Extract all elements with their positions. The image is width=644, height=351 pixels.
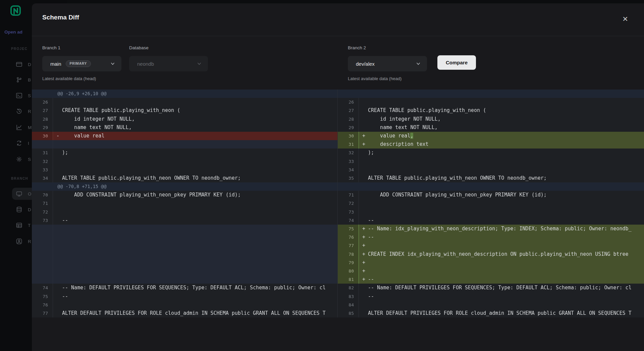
line-number: 72	[32, 208, 53, 216]
tables-icon	[16, 222, 22, 229]
line-sign: +	[359, 275, 368, 284]
line-sign	[53, 123, 62, 132]
line-code: --	[368, 275, 644, 284]
diff-code-row: 27CREATE TABLE public.playing_with_neon …	[338, 106, 644, 115]
line-number: 28	[338, 115, 359, 123]
hunk-header-row: @@ -70,8 +71,15 @@	[32, 182, 337, 191]
line-number: 34	[338, 166, 359, 174]
database-value: neondb	[137, 61, 154, 67]
diff-spacer-row	[32, 233, 337, 241]
line-sign	[53, 166, 62, 174]
diff-code-row: 75+-- Name: idx_playing_with_neon_descri…	[338, 225, 644, 233]
line-sign: +	[359, 250, 368, 258]
line-code: --	[368, 216, 644, 225]
line-code	[368, 199, 644, 208]
line-sign	[53, 301, 62, 309]
line-code	[368, 98, 644, 106]
line-sign: -	[53, 132, 62, 140]
branch2-value: dev/alex	[356, 61, 375, 67]
line-sign	[359, 284, 368, 292]
line-code: --	[62, 292, 337, 301]
line-code: value real,	[368, 132, 644, 140]
line-number: 84	[338, 301, 359, 309]
diff-code-row: 29 name text NOT NULL,	[32, 123, 337, 132]
line-sign	[53, 149, 62, 157]
hunk-header-text	[338, 182, 363, 191]
line-sign	[359, 123, 368, 132]
line-code: id integer NOT NULL,	[368, 115, 644, 123]
line-sign	[53, 309, 62, 317]
hunk-header-row	[338, 182, 644, 191]
branch1-label: Branch 1	[42, 45, 60, 50]
line-number: 74	[32, 284, 53, 292]
diff-code-row: 85ALTER DEFAULT PRIVILEGES FOR ROLE clou…	[338, 309, 644, 317]
hunk-header-row: @@ -26,9 +26,10 @@	[32, 90, 337, 98]
line-code: id integer NOT NULL,	[62, 115, 337, 123]
diff-code-row: 32);	[338, 149, 644, 157]
line-sign: +	[359, 233, 368, 241]
line-number	[32, 241, 53, 250]
branch2-select[interactable]: dev/alex	[348, 56, 427, 71]
line-sign	[359, 191, 368, 199]
neon-logo[interactable]	[10, 5, 21, 17]
line-code	[368, 157, 644, 166]
diff-code-row: 81+--	[338, 275, 644, 284]
line-code	[62, 98, 337, 106]
diff-code-row: 72	[32, 208, 337, 216]
diff-spacer-row	[32, 140, 337, 149]
database-icon	[16, 206, 22, 213]
line-code: --	[368, 292, 644, 301]
line-code	[368, 301, 644, 309]
line-code	[368, 208, 644, 216]
diff-code-row: 35ALTER TABLE public.playing_with_neon O…	[338, 174, 644, 182]
line-code: CREATE TABLE public.playing_with_neon (	[62, 106, 337, 115]
open-admin-link[interactable]: Open ad	[4, 30, 22, 35]
line-code: ALTER TABLE public.playing_with_neon OWN…	[368, 174, 644, 182]
branch1-select[interactable]: main PRIMARY	[42, 56, 121, 71]
branches-heading: BRANCH	[11, 177, 28, 180]
hunk-header-row	[338, 90, 644, 98]
close-icon: ✕	[622, 15, 628, 22]
line-sign	[359, 199, 368, 208]
line-number	[32, 275, 53, 284]
line-code	[62, 199, 337, 208]
diff-pane-left: @@ -26,9 +26,10 @@2627CREATE TABLE publi…	[32, 90, 337, 317]
line-number: 35	[338, 174, 359, 182]
line-sign	[359, 208, 368, 216]
diff-code-row: 28 id integer NOT NULL,	[32, 115, 337, 123]
line-number: 75	[32, 292, 53, 301]
diff-code-row: 28 id integer NOT NULL,	[338, 115, 644, 123]
line-number: 77	[338, 241, 359, 250]
diff-code-row: 34	[338, 166, 644, 174]
line-code: );	[368, 149, 644, 157]
line-sign: +	[359, 132, 368, 140]
header-divider	[32, 36, 644, 36]
monitoring-icon	[16, 124, 22, 131]
line-number: 73	[338, 208, 359, 216]
line-code	[62, 166, 337, 174]
line-code: --	[62, 216, 337, 225]
diff-code-row: 80+	[338, 267, 644, 275]
word-diff-highlight: ,	[410, 133, 413, 139]
line-sign	[359, 216, 368, 225]
line-code: ADD CONSTRAINT playing_with_neon_pkey PR…	[62, 191, 337, 199]
compare-button[interactable]: Compare	[437, 55, 476, 70]
line-code: name text NOT NULL,	[62, 123, 337, 132]
sidebar-item-label: R	[28, 109, 31, 114]
diff-spacer-row	[32, 267, 337, 275]
line-sign	[53, 157, 62, 166]
line-sign	[359, 115, 368, 123]
line-sign: +	[359, 241, 368, 250]
dashboard-icon	[16, 61, 22, 68]
primary-badge: PRIMARY	[66, 60, 91, 67]
line-sign: +	[359, 140, 368, 149]
chevron-down-icon	[416, 61, 421, 66]
close-button[interactable]: ✕	[620, 13, 631, 24]
diff-scroll-area[interactable]: @@ -26,9 +26,10 @@2627CREATE TABLE publi…	[32, 90, 644, 317]
line-sign	[359, 174, 368, 182]
chevron-down-icon	[110, 61, 115, 66]
line-number	[32, 225, 53, 233]
line-number: 34	[32, 174, 53, 182]
line-number: 27	[32, 106, 53, 115]
database-select[interactable]: neondb	[129, 56, 208, 71]
